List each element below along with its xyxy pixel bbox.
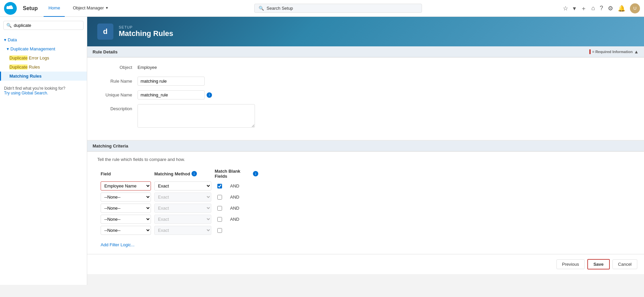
- global-search-link[interactable]: Try using Global Search.: [4, 91, 48, 95]
- rule-name-input[interactable]: [138, 77, 205, 86]
- blank-checkbox-4-cell: [215, 217, 225, 222]
- criteria-row-3: --None-- Exact AND: [101, 204, 634, 213]
- and-label-1: AND: [230, 183, 239, 188]
- description-textarea[interactable]: [138, 104, 255, 128]
- content-area: d SETUP Matching Rules Rule Details = Re…: [87, 17, 644, 285]
- criteria-body: Tell the rule which fields to compare an…: [87, 152, 644, 254]
- search-bar: 🔍: [254, 4, 422, 13]
- matching-criteria-header: Matching Criteria: [87, 141, 644, 152]
- criteria-row-5: --None-- Exact: [101, 226, 634, 235]
- sidebar-item-duplicate-rules[interactable]: Duplicate Rules: [0, 62, 87, 72]
- sidebar-search-icon: 🔍: [6, 23, 12, 28]
- sidebar-search-input[interactable]: [14, 23, 80, 28]
- setup-label: Setup: [23, 5, 38, 11]
- blank-fields-column-header: Match Blank Fields: [215, 169, 252, 179]
- page-header: d SETUP Matching Rules: [87, 17, 644, 46]
- required-info: = Required Information ▲: [589, 49, 639, 54]
- criteria-description: Tell the rule which fields to compare an…: [97, 157, 634, 162]
- previous-button[interactable]: Previous: [556, 259, 585, 269]
- description-row: Description: [97, 104, 634, 129]
- method-select-5: Exact: [154, 226, 211, 235]
- add-filter-logic-wrapper: Add Filter Logic...: [101, 239, 634, 247]
- form-body: Object Employee Rule Name Unique Name: [87, 57, 644, 140]
- description-control: [138, 104, 255, 129]
- sidebar-item-duplicate-error-logs[interactable]: Duplicate Error Logs: [0, 53, 87, 62]
- form-panel-header: Rule Details = Required Information ▲: [87, 46, 644, 57]
- sidebar-not-found: Didn't find what you're looking for? Try…: [0, 82, 87, 99]
- unique-name-info-icon[interactable]: i: [207, 92, 212, 98]
- rule-name-label: Rule Name: [97, 77, 138, 84]
- criteria-row-1: Employee Name Exact AND: [101, 181, 634, 190]
- blank-checkbox-2[interactable]: [217, 195, 222, 200]
- matching-criteria-panel: Matching Criteria Tell the rule which fi…: [87, 141, 644, 254]
- page-header-text: SETUP Matching Rules: [119, 25, 173, 38]
- sidebar-section-duplicate-mgmt[interactable]: ▾ Duplicate Management: [0, 44, 87, 53]
- blank-checkbox-5[interactable]: [217, 228, 222, 233]
- rule-details-panel: Rule Details = Required Information ▲ Ob…: [87, 46, 644, 140]
- search-icon: 🔍: [259, 6, 264, 11]
- sidebar-item-matching-rules[interactable]: Matching Rules: [0, 72, 87, 81]
- object-label: Object: [97, 63, 138, 70]
- chevron-down-icon: ▾: [4, 37, 6, 42]
- and-label-4: AND: [230, 217, 239, 222]
- sidebar-item-label: Duplicate Error Logs: [9, 55, 49, 60]
- blank-checkbox-3[interactable]: [217, 206, 222, 211]
- bell-icon[interactable]: 🔔: [618, 5, 625, 12]
- salesforce-logo[interactable]: [4, 2, 17, 15]
- rule-details-title: Rule Details: [93, 49, 117, 54]
- page-header-icon: d: [97, 24, 113, 40]
- dropdown-icon[interactable]: ▾: [573, 5, 576, 12]
- rule-name-control: [138, 77, 205, 86]
- top-nav-icons: ☆ ▾ ＋ ⌂ ? ⚙ 🔔 U: [563, 3, 640, 13]
- matching-method-info-icon[interactable]: i: [192, 171, 197, 176]
- help-icon[interactable]: ?: [600, 5, 603, 12]
- object-manager-tab[interactable]: Object Manager ▼: [68, 0, 113, 17]
- sidebar-item-label: Duplicate Rules: [9, 65, 40, 70]
- chevron-down-icon-2: ▾: [7, 46, 9, 51]
- collapse-button[interactable]: ▲: [634, 49, 639, 54]
- criteria-table: Field Matching Method i Match Blank Fiel…: [101, 169, 634, 247]
- unique-name-input[interactable]: [138, 90, 205, 99]
- rule-name-row: Rule Name: [97, 77, 634, 86]
- blank-checkbox-5-cell: [215, 228, 225, 233]
- field-select-3[interactable]: --None--: [101, 204, 151, 213]
- field-select-2[interactable]: --None--: [101, 193, 151, 202]
- blank-checkbox-3-cell: [215, 206, 225, 211]
- blank-checkbox-4[interactable]: [217, 217, 222, 222]
- object-value-wrapper: Employee: [138, 63, 157, 72]
- star-icon[interactable]: ☆: [563, 5, 568, 12]
- unique-name-control: i: [138, 90, 212, 99]
- method-select-3: Exact: [154, 204, 211, 213]
- blank-checkbox-1[interactable]: [217, 184, 222, 188]
- blank-fields-info-icon[interactable]: i: [253, 171, 258, 176]
- page-title: Matching Rules: [119, 29, 173, 38]
- method-select-1[interactable]: Exact: [154, 181, 211, 190]
- avatar[interactable]: U: [630, 3, 640, 13]
- cancel-button[interactable]: Cancel: [612, 259, 637, 269]
- field-select-1[interactable]: Employee Name: [101, 181, 151, 190]
- field-select-4[interactable]: --None--: [101, 215, 151, 224]
- blank-checkbox-1-cell: [215, 184, 225, 188]
- home-tab[interactable]: Home: [44, 0, 65, 17]
- main-layout: 🔍 ▾ Data ▾ Duplicate Management Duplicat…: [0, 17, 644, 285]
- gear-icon[interactable]: ⚙: [608, 5, 613, 12]
- description-label: Description: [97, 104, 138, 111]
- method-select-4: Exact: [154, 215, 211, 224]
- criteria-row-2: --None-- Exact AND: [101, 193, 634, 202]
- criteria-column-headers: Field Matching Method i Match Blank Fiel…: [101, 169, 634, 179]
- add-filter-logic-link[interactable]: Add Filter Logic...: [101, 242, 135, 247]
- sidebar: 🔍 ▾ Data ▾ Duplicate Management Duplicat…: [0, 17, 87, 285]
- home-icon[interactable]: ⌂: [591, 5, 595, 12]
- save-button[interactable]: Save: [587, 259, 609, 269]
- object-row: Object Employee: [97, 63, 634, 72]
- search-bar-wrapper: 🔍: [117, 4, 560, 13]
- chevron-down-icon: ▼: [105, 6, 109, 10]
- add-icon[interactable]: ＋: [581, 4, 587, 12]
- footer-buttons: Previous Save Cancel: [87, 254, 644, 274]
- top-nav: Setup Home Object Manager ▼ 🔍 ☆ ▾ ＋ ⌂ ? …: [0, 0, 644, 17]
- field-select-5[interactable]: --None--: [101, 226, 151, 235]
- sidebar-search: 🔍: [3, 21, 84, 30]
- blank-checkbox-2-cell: [215, 195, 225, 200]
- search-setup-input[interactable]: [267, 6, 418, 11]
- sidebar-section-data[interactable]: ▾ Data: [0, 35, 87, 44]
